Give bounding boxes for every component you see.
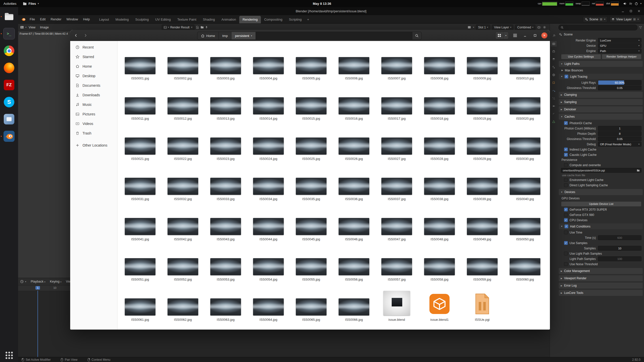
- subpanel-max-bounces[interactable]: ▶Max Bounces: [557, 68, 644, 73]
- checkbox-halt-conditions[interactable]: ✓: [565, 224, 568, 228]
- file-item[interactable]: ISS0066.jpg: [333, 283, 375, 323]
- playhead-line[interactable]: [37, 291, 38, 357]
- file-item[interactable]: ISS0037.jpg: [375, 162, 418, 202]
- checkbox-geforce-gtx-980[interactable]: [564, 213, 568, 217]
- checkrow-photongi-cache[interactable]: ✓PhotonGI Cache: [557, 120, 644, 126]
- properties-tab-constraints-icon[interactable]: [551, 111, 557, 117]
- menu-help[interactable]: Help: [80, 17, 92, 21]
- use-cycles-settings-button[interactable]: Use Cycles Settings: [561, 54, 601, 59]
- checkbox-geforce-rtx-2070-super[interactable]: ✓: [564, 208, 568, 211]
- checkrow-indirect-light-cache[interactable]: ✓Indirect Light Cache: [557, 147, 644, 152]
- file-item[interactable]: ISS0036.jpg: [333, 162, 375, 202]
- checkrow-use-light-path-samples[interactable]: Use Light Path Samples: [557, 251, 644, 256]
- dropdown-engine[interactable]: Path▾: [598, 49, 641, 53]
- monitor-cpu[interactable]: cpu: [538, 2, 557, 6]
- workspace-tab-uv-editing[interactable]: UV Editing: [152, 16, 174, 23]
- checkrow-use-noise-threshold[interactable]: Use Noise Threshold: [557, 261, 644, 267]
- file-item[interactable]: ISS0012.jpg: [162, 82, 204, 122]
- panel-sampling[interactable]: ▶Sampling: [559, 99, 643, 105]
- unlink-view-layer-icon[interactable]: ×: [637, 18, 639, 21]
- render-slot-icon[interactable]: [468, 26, 471, 29]
- file-item[interactable]: ISS0046.jpg: [333, 202, 375, 243]
- file-item[interactable]: ISS0018.jpg: [418, 82, 461, 122]
- checkrow-geforce-rtx-2070-super[interactable]: ✓GeForce RTX 2070 SUPER: [557, 207, 644, 212]
- network-icon[interactable]: [629, 2, 632, 5]
- checkbox-caustic-light-cache[interactable]: ✓: [564, 153, 568, 157]
- checkrow-use-samples[interactable]: ✓Use Samples: [557, 240, 644, 246]
- file-item[interactable]: ISS0014.jpg: [247, 82, 290, 122]
- file-item[interactable]: ISS0009.jpg: [461, 41, 504, 82]
- properties-tab-render-icon[interactable]: [551, 41, 557, 47]
- file-item[interactable]: ISS0049.jpg: [461, 202, 504, 243]
- checkrow-direct-light-sampling-cache[interactable]: Direct Light Sampling Cache: [557, 183, 644, 188]
- unlink-scene-icon[interactable]: ×: [604, 18, 606, 21]
- files-headerbar[interactable]: Hometmppersistent▾ ▾ ✕: [70, 30, 550, 41]
- value-glossiness-threshold[interactable]: 0.05: [598, 85, 641, 90]
- workspace-tab-modeling[interactable]: Modeling: [112, 16, 132, 23]
- value-glossiness-threshold[interactable]: 0.05: [598, 137, 641, 141]
- file-item[interactable]: ISS0038.jpg: [418, 162, 461, 202]
- volume-icon[interactable]: [623, 2, 627, 5]
- menu-render[interactable]: Render: [48, 17, 64, 21]
- checkbox-use-noise-threshold[interactable]: [564, 262, 568, 266]
- file-item[interactable]: ISS0064.jpg: [247, 283, 290, 323]
- file-item[interactable]: ISS0048.jpg: [418, 202, 461, 243]
- file-item[interactable]: ISS0028.jpg: [418, 122, 461, 162]
- file-item[interactable]: ISS0040.jpg: [504, 162, 546, 202]
- workspace-tab-animation[interactable]: Animation: [218, 16, 239, 23]
- window-minimize-button[interactable]: [521, 32, 529, 39]
- workspace-tab-scripting[interactable]: Scripting: [286, 16, 305, 23]
- slot-selector[interactable]: Slot 1▾: [476, 25, 490, 30]
- editor-type-image-icon[interactable]: [20, 26, 24, 29]
- file-item[interactable]: ISS0039.jpg: [461, 162, 504, 202]
- properties-tab-view-layer-icon[interactable]: [551, 57, 557, 62]
- sidebar-item-recent[interactable]: Recent: [71, 42, 116, 52]
- grid-view-button[interactable]: [496, 32, 503, 39]
- value-photon-depth[interactable]: 8: [598, 131, 641, 136]
- workspace-tab-compositing[interactable]: Compositing: [261, 16, 286, 23]
- power-icon[interactable]: [635, 2, 638, 5]
- checkbox-photongi-cache[interactable]: ✓: [564, 121, 568, 125]
- monitor-net[interactable]: net: [592, 2, 604, 6]
- path-segment-home[interactable]: Home: [197, 32, 219, 39]
- image-editor-menu-view[interactable]: View: [26, 26, 38, 29]
- menu-edit[interactable]: Edit: [37, 17, 48, 21]
- unlink-image-icon[interactable]: ×: [191, 26, 192, 29]
- file-item[interactable]: ISS0044.jpg: [247, 202, 290, 243]
- file-item[interactable]: ISS0056.jpg: [333, 243, 375, 283]
- file-item[interactable]: ISS0062.jpg: [162, 283, 204, 323]
- file-item[interactable]: ISS0051.jpg: [119, 243, 162, 283]
- file-item[interactable]: ISS0058.jpg: [418, 243, 461, 283]
- workspace-tab-texture-paint[interactable]: Texture Paint: [174, 16, 200, 23]
- properties-tab-particles-icon[interactable]: [551, 96, 557, 101]
- blender-logo-icon[interactable]: [21, 18, 26, 21]
- file-item[interactable]: ISS0002.jpg: [162, 41, 204, 82]
- checkbox-environment-light-cache[interactable]: [564, 178, 568, 182]
- sidebar-item-other-locations[interactable]: Other Locations: [71, 141, 116, 150]
- panel-luxcore-tools[interactable]: ▶LuxCore Tools: [559, 290, 643, 296]
- file-item[interactable]: ISS0029.jpg: [461, 122, 504, 162]
- file-item[interactable]: ISS0001.jpg: [119, 41, 162, 82]
- dock-item-app[interactable]: [3, 113, 15, 125]
- add-workspace-button[interactable]: +: [305, 16, 311, 23]
- checkbox-direct-light-sampling-cache[interactable]: [564, 183, 568, 187]
- file-item[interactable]: ISS0026.jpg: [333, 122, 375, 162]
- editor-type-timeline-icon[interactable]: [20, 280, 24, 283]
- sidebar-item-music[interactable]: Music: [71, 100, 116, 109]
- timeline-menu-keying[interactable]: Keying ▾: [48, 280, 63, 283]
- file-item[interactable]: ISS0045.jpg: [290, 202, 333, 243]
- file-item[interactable]: ISS0035.jpg: [290, 162, 333, 202]
- file-item[interactable]: ISS0047.jpg: [375, 202, 418, 243]
- checkbox-indirect-light-cache[interactable]: ✓: [564, 148, 568, 151]
- new-view-layer-icon[interactable]: ⊞: [633, 18, 636, 21]
- open-image-icon[interactable]: [200, 26, 204, 29]
- file-item[interactable]: ISS0061.jpg: [119, 283, 162, 323]
- checkbox-use-light-path-samples[interactable]: [564, 252, 568, 255]
- close-icon[interactable]: [637, 10, 640, 13]
- dropdown-debug[interactable]: Off (Final Render Mode)▾: [598, 142, 641, 147]
- path-segment-persistent[interactable]: persistent▾: [231, 32, 256, 39]
- file-item[interactable]: ISS0020.jpg: [504, 82, 546, 122]
- workspace-tab-sculpting[interactable]: Sculpting: [132, 16, 152, 23]
- file-item[interactable]: ISS0042.jpg: [162, 202, 204, 243]
- file-item[interactable]: ISS0055.jpg: [290, 243, 333, 283]
